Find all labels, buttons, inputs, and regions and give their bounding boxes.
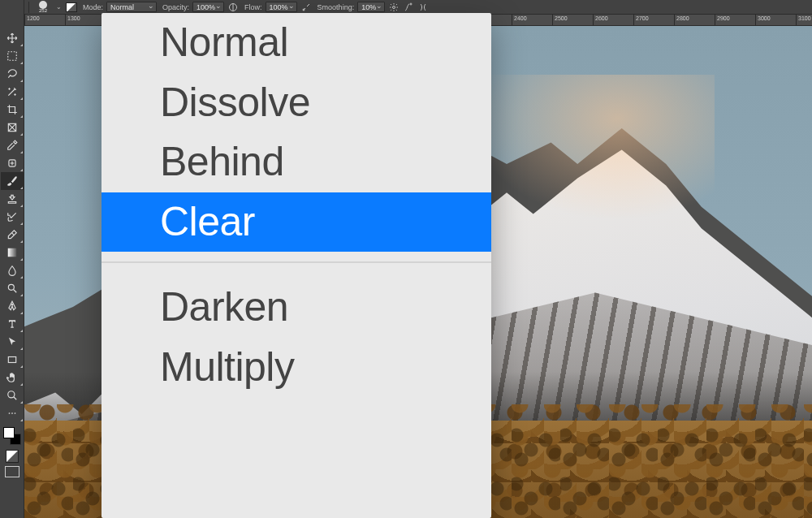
path-select-tool[interactable]	[1, 333, 24, 351]
svg-point-3	[410, 3, 412, 5]
svg-rect-7	[7, 248, 16, 257]
smoothing-input[interactable]: 10%	[357, 2, 385, 12]
blend-mode-option[interactable]: Dissolve	[102, 73, 491, 133]
eyedropper-tool[interactable]	[1, 136, 24, 154]
svg-point-2	[393, 6, 395, 8]
frame-tool[interactable]	[1, 119, 24, 136]
blend-mode-option[interactable]: Darken	[102, 278, 491, 338]
gear-icon[interactable]	[388, 2, 400, 13]
ruler-tick: 1200	[24, 15, 65, 25]
blend-mode-option[interactable]: Behind	[102, 132, 491, 192]
brush-preset-picker[interactable]: 252	[34, 1, 52, 14]
ruler-tick: 2400	[512, 15, 552, 25]
svg-rect-4	[7, 52, 16, 61]
move-tool[interactable]	[1, 29, 24, 47]
brush-tool[interactable]	[1, 172, 24, 190]
opacity-label: Opacity:	[162, 3, 189, 11]
ruler-tick: 2700	[633, 15, 674, 25]
svg-point-11	[7, 391, 14, 398]
flow-input[interactable]: 100%	[266, 2, 297, 12]
spot-heal-tool[interactable]	[1, 154, 24, 172]
blend-mode-option[interactable]: Normal	[102, 13, 491, 73]
mode-value: Normal	[110, 3, 134, 11]
opacity-pressure-icon[interactable]	[227, 2, 239, 13]
smoothing-value: 10%	[361, 3, 376, 11]
svg-point-9	[11, 304, 12, 305]
lasso-tool[interactable]	[1, 65, 24, 83]
tool-strip	[0, 0, 24, 518]
ruler-tick: 3100	[796, 15, 812, 25]
quick-mask-toggle[interactable]	[6, 450, 19, 463]
alpenglow-highlight	[471, 75, 715, 221]
svg-point-14	[14, 412, 15, 414]
rectangle-tool[interactable]	[1, 351, 24, 369]
screen-mode-toggle[interactable]	[5, 466, 19, 477]
ruler-tick: 2800	[674, 15, 715, 25]
gradient-tool[interactable]	[1, 244, 24, 261]
zoom-tool[interactable]	[1, 386, 24, 404]
ruler-tick: 2900	[715, 15, 755, 25]
svg-point-12	[8, 412, 10, 414]
angle-pressure-icon[interactable]	[403, 2, 414, 13]
blend-mode-option[interactable]: Multiply	[102, 338, 491, 398]
svg-rect-10	[8, 357, 15, 363]
flow-label: Flow:	[244, 3, 262, 11]
blend-mode-popup: NormalDissolveBehindClearDarkenMultiply	[102, 13, 491, 518]
opacity-value: 100%	[197, 3, 215, 11]
marquee-tool[interactable]	[1, 47, 24, 65]
flow-value: 100%	[270, 3, 288, 11]
dodge-tool[interactable]	[1, 279, 24, 297]
svg-point-13	[11, 412, 13, 414]
fg-color-swatch[interactable]	[3, 427, 15, 438]
symmetry-icon[interactable]	[417, 2, 429, 13]
history-brush-tool[interactable]	[1, 208, 24, 226]
ruler-tick: 1300	[65, 15, 106, 25]
hand-tool[interactable]	[1, 369, 24, 386]
airbrush-icon[interactable]	[300, 2, 312, 13]
eraser-tool[interactable]	[1, 226, 24, 244]
brush-panel-toggle-icon[interactable]	[66, 2, 77, 12]
crop-tool[interactable]	[1, 101, 24, 119]
blur-tool[interactable]	[1, 261, 24, 279]
ruler-tick: 2600	[593, 15, 633, 25]
brush-size-readout: 252	[39, 8, 47, 13]
ruler-tick: 2500	[552, 15, 593, 25]
opacity-input[interactable]: 100%	[192, 2, 224, 12]
type-tool[interactable]	[1, 315, 24, 333]
magic-wand-tool[interactable]	[1, 83, 24, 101]
clone-stamp-tool[interactable]	[1, 190, 24, 208]
mode-label: Mode:	[83, 3, 103, 11]
blend-mode-option[interactable]: Clear	[102, 192, 491, 253]
ruler-tick: 3000	[755, 15, 796, 25]
svg-point-8	[8, 284, 14, 290]
chevron-down-icon[interactable]: ⌄	[55, 3, 63, 11]
mode-select[interactable]: Normal	[106, 2, 157, 12]
fg-bg-color-picker[interactable]	[2, 425, 23, 447]
pen-tool[interactable]	[1, 297, 24, 315]
dots-tool[interactable]	[1, 404, 24, 422]
menu-separator	[102, 261, 491, 263]
smoothing-label: Smoothing:	[317, 3, 355, 11]
